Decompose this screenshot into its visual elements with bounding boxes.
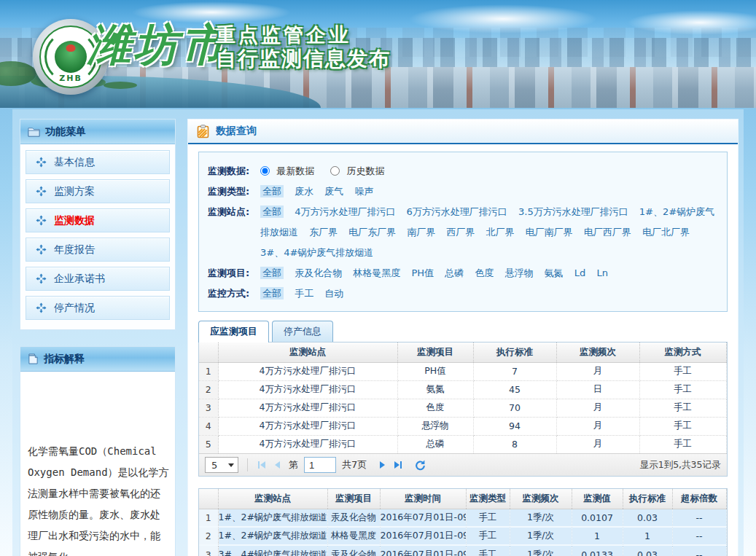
- filter-option-station[interactable]: 南厂界: [407, 227, 435, 238]
- cell-frequency: 月: [556, 399, 639, 417]
- radio-latest-data-input[interactable]: [260, 166, 270, 176]
- column-header[interactable]: 监测站点: [218, 342, 397, 362]
- section-title: 数据查询: [216, 125, 257, 138]
- column-header[interactable]: 监测站点: [218, 489, 327, 509]
- indicator-explain-header: 指标解释: [20, 347, 175, 372]
- filter-label-type: 监测类型:: [208, 181, 260, 202]
- filter-option-item[interactable]: 林格曼黑度: [353, 267, 400, 278]
- banner-subtitle: 重点监管企业 自行监测信息发布: [216, 23, 391, 71]
- table-row[interactable]: 3 4万方污水处理厂排污口 色度 70 月 手工: [199, 399, 726, 417]
- cloud: [408, 4, 598, 34]
- column-header[interactable]: 监测方式: [639, 342, 726, 362]
- cell-station: 4万方污水处理厂排污口: [218, 362, 397, 380]
- function-menu-header: 功能菜单: [20, 120, 175, 144]
- cell-type: 手工: [466, 527, 510, 545]
- radio-history-data-input[interactable]: [330, 166, 340, 176]
- page: ZHB 潍坊市 重点监管企业 自行监测信息发布 功能菜单: [0, 0, 756, 556]
- column-header[interactable]: 监测频次: [556, 342, 639, 362]
- folder-icon: [28, 127, 40, 137]
- cell-item: 总磷: [397, 435, 473, 453]
- filter-option-mode-all[interactable]: 全部: [260, 287, 284, 299]
- cell-item: PH值: [397, 362, 473, 380]
- filter-option-station[interactable]: 3.5万方污水处理厂排污口: [518, 206, 628, 217]
- filter-option-item[interactable]: PH值: [411, 267, 434, 278]
- prev-page-button[interactable]: [273, 460, 283, 470]
- filter-option-station[interactable]: 6万方污水处理厂排污口: [407, 206, 507, 217]
- filter-option-item[interactable]: Ln: [596, 267, 607, 278]
- filter-option-station[interactable]: 电厂西厂界: [584, 227, 631, 238]
- menu-list: 基本信息 监测方案 监测数据 年度报告: [20, 144, 175, 329]
- spacer: [188, 477, 738, 488]
- section-header: 数据查询: [188, 120, 738, 144]
- filter-option-station[interactable]: 3#、4#锅炉废气排放烟道: [260, 247, 373, 258]
- column-header[interactable]: 监测值: [572, 489, 623, 509]
- page-size-select[interactable]: 5: [205, 457, 238, 473]
- column-header[interactable]: 监测时间: [380, 489, 466, 509]
- filter-option-wastegas[interactable]: 废气: [324, 186, 343, 197]
- filter-option-item[interactable]: 氨氮: [545, 267, 564, 278]
- refresh-button[interactable]: [415, 460, 426, 471]
- filter-option-item[interactable]: 全部: [260, 267, 284, 279]
- filter-option-item[interactable]: Ld: [574, 267, 586, 278]
- sidebar-item-basic-info[interactable]: 基本信息: [26, 150, 170, 174]
- sidebar-item-label: 基本信息: [54, 156, 95, 169]
- tab-shutdown-info[interactable]: 停产信息: [272, 321, 333, 342]
- table-row[interactable]: 1 1#、2#锅炉废气排放烟道 汞及化合物 2016年07月01日-09 手工 …: [199, 509, 726, 527]
- compass-icon: [36, 215, 47, 226]
- filter-option-station[interactable]: 电厂东厂界: [348, 227, 396, 238]
- compass-icon: [36, 186, 47, 197]
- sidebar-item-shutdown-status[interactable]: 停产情况: [26, 296, 170, 320]
- filter-option-station[interactable]: 北厂界: [486, 227, 515, 238]
- row-index: 1: [199, 509, 218, 527]
- filter-option-station[interactable]: 西厂界: [447, 227, 475, 238]
- tab-monitoring-items[interactable]: 应监测项目: [198, 321, 269, 342]
- filter-option-station[interactable]: 4万方污水处理厂排污口: [295, 206, 395, 217]
- indicator-explain-text: 化学需氧量COD（Chemical Oxygen Demand）是以化学方法测量…: [28, 441, 169, 556]
- table-header-row: 监测站点 监测项目 监测时间 监测类型 监测频次 监测值 执行标准 超标倍数: [199, 489, 726, 509]
- column-header[interactable]: 监测类型: [466, 489, 510, 509]
- cell-item: 色度: [397, 399, 473, 417]
- column-header[interactable]: 监测项目: [327, 489, 380, 509]
- cell-value: 0.0133: [572, 545, 623, 556]
- filter-option-auto[interactable]: 自动: [324, 288, 343, 299]
- sidebar-item-commitment-letter[interactable]: 企业承诺书: [26, 267, 170, 291]
- cell-standard: 1: [623, 527, 672, 545]
- filter-option-manual[interactable]: 手工: [295, 288, 313, 299]
- filter-option-station[interactable]: 电厂南厂界: [526, 227, 573, 238]
- page-number-input[interactable]: [304, 457, 336, 473]
- function-menu-title: 功能菜单: [45, 125, 86, 138]
- table-row[interactable]: 3 3#、4#锅炉废气排放烟道 汞及化合物 2016年07月01日-09 手工 …: [199, 545, 726, 556]
- table-row[interactable]: 1 4万方污水处理厂排污口 PH值 7 月 手工: [199, 362, 726, 380]
- first-page-button[interactable]: [257, 460, 267, 470]
- radio-latest-data[interactable]: 最新数据: [260, 165, 317, 176]
- column-header[interactable]: 执行标准: [473, 342, 556, 362]
- filter-option-type-all[interactable]: 全部: [260, 185, 284, 197]
- cell-item: 悬浮物: [397, 417, 473, 435]
- column-header[interactable]: 超标倍数: [672, 489, 726, 509]
- column-header[interactable]: 监测频次: [510, 489, 572, 509]
- radio-history-data[interactable]: 历史数据: [330, 165, 384, 176]
- table-row[interactable]: 2 4万方污水处理厂排污口 氨氮 45 日 手工: [199, 380, 726, 399]
- next-page-button[interactable]: [377, 460, 387, 470]
- table-row[interactable]: 4 4万方污水处理厂排污口 悬浮物 94 月 手工: [199, 417, 726, 435]
- sidebar-item-annual-report[interactable]: 年度报告: [26, 238, 170, 262]
- filter-option-station[interactable]: 全部: [260, 205, 284, 218]
- filter-option-item[interactable]: 悬浮物: [504, 267, 533, 278]
- filter-option-item[interactable]: 总磷: [445, 267, 464, 278]
- column-header[interactable]: 监测项目: [397, 342, 473, 362]
- last-page-button[interactable]: [393, 460, 403, 470]
- filter-option-item[interactable]: 色度: [475, 267, 494, 278]
- filter-option-item[interactable]: 汞及化合物: [295, 267, 342, 278]
- sidebar-item-monitoring-data[interactable]: 监测数据: [26, 208, 170, 232]
- cell-item: 林格曼黑度: [327, 527, 380, 545]
- filter-option-station[interactable]: 东厂界: [309, 227, 338, 238]
- table-row[interactable]: 5 4万方污水处理厂排污口 总磷 8 月 手工: [199, 435, 726, 453]
- grid2-area: 监测站点 监测项目 监测时间 监测类型 监测频次 监测值 执行标准 超标倍数 1…: [198, 488, 728, 556]
- table-row[interactable]: 2 1#、2#锅炉废气排放烟道 林格曼黑度 2016年07月01日-09 手工 …: [199, 527, 726, 545]
- filter-option-station[interactable]: 电厂北厂界: [642, 227, 690, 238]
- filter-option-wastewater[interactable]: 废水: [295, 186, 313, 197]
- filter-option-noise[interactable]: 噪声: [354, 186, 373, 197]
- filter-label-item: 监测项目:: [208, 263, 260, 283]
- sidebar-item-monitoring-plan[interactable]: 监测方案: [26, 179, 170, 203]
- column-header[interactable]: 执行标准: [623, 489, 672, 509]
